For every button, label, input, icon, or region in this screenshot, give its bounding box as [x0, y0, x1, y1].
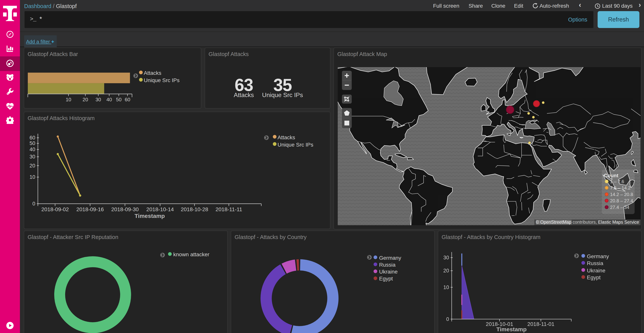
- svg-text:20.8 – 27.4: 20.8 – 27.4: [610, 198, 633, 203]
- svg-text:40: 40: [106, 97, 112, 102]
- svg-text:1 – 7.6: 1 – 7.6: [610, 179, 624, 184]
- svg-text:20: 20: [30, 163, 35, 169]
- svg-text:20: 20: [443, 268, 449, 273]
- svg-text:2018-10-14: 2018-10-14: [146, 206, 174, 212]
- svg-text:14.2 – 20.8: 14.2 – 20.8: [610, 192, 633, 197]
- svg-text:30: 30: [443, 255, 449, 260]
- svg-text:27.4 – 34: 27.4 – 34: [610, 204, 629, 210]
- svg-text:7.6 – 14.2: 7.6 – 14.2: [610, 185, 630, 190]
- svg-text:30: 30: [30, 154, 35, 160]
- svg-text:60: 60: [30, 135, 35, 141]
- svg-text:Count: Count: [604, 172, 618, 178]
- svg-text:50: 50: [30, 140, 35, 146]
- svg-text:40: 40: [30, 147, 35, 152]
- svg-text:0: 0: [446, 316, 449, 322]
- svg-text:Timestamp: Timestamp: [496, 326, 527, 332]
- svg-text:Timestamp: Timestamp: [134, 213, 165, 219]
- svg-text:2018-10-28: 2018-10-28: [181, 206, 208, 212]
- svg-text:0: 0: [32, 201, 35, 207]
- svg-text:50: 50: [116, 97, 122, 102]
- svg-text:2018-09-16: 2018-09-16: [76, 206, 104, 212]
- svg-text:2018-11-11: 2018-11-11: [216, 206, 242, 212]
- svg-text:10: 10: [30, 174, 35, 180]
- svg-text:60: 60: [125, 97, 130, 102]
- svg-text:2018-09-30: 2018-09-30: [111, 206, 138, 212]
- svg-text:2018-11-01: 2018-11-01: [527, 321, 554, 327]
- svg-text:10: 10: [443, 284, 449, 290]
- svg-text:20: 20: [82, 97, 88, 102]
- svg-text:2018-09-02: 2018-09-02: [42, 206, 69, 212]
- svg-text:10: 10: [66, 97, 71, 102]
- svg-text:30: 30: [96, 97, 101, 102]
